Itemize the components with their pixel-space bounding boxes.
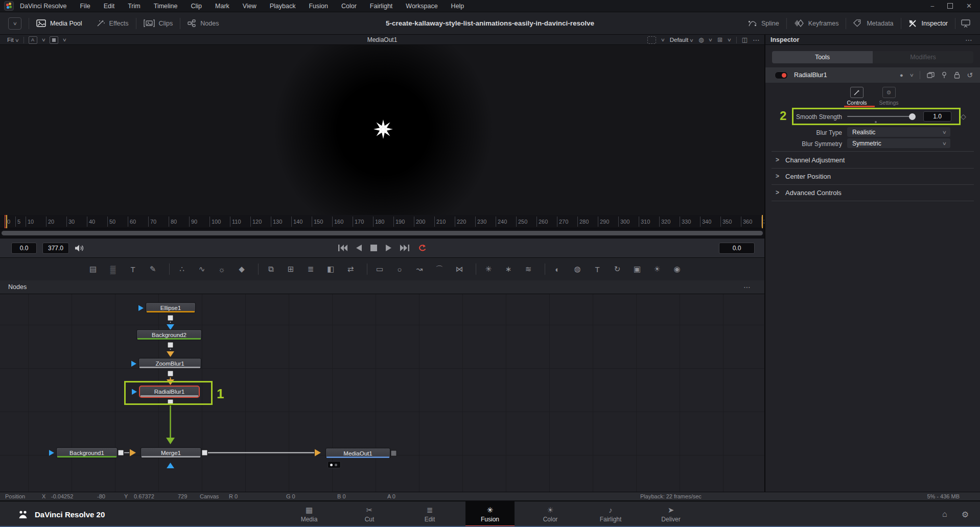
channel-booleans-icon[interactable]: ≣ — [306, 265, 316, 274]
page-tab-edit[interactable]: ≣Edit — [405, 501, 454, 527]
matte-icon[interactable]: ◧ — [325, 265, 336, 274]
fast-noise-icon[interactable]: ▒ — [108, 265, 118, 274]
paint-icon[interactable]: ✎ — [148, 265, 158, 274]
viewer-canvas[interactable] — [0, 45, 764, 215]
play-reverse-button[interactable] — [356, 245, 362, 251]
inspector-options-menu[interactable]: ⋯ — [965, 36, 973, 44]
page-tab-media[interactable]: ▦Media — [285, 501, 334, 527]
node-color-swatch[interactable]: ● — [900, 72, 903, 78]
page-tab-deliver[interactable]: ➤Deliver — [646, 501, 695, 527]
particle-emitter-icon[interactable]: ✳ — [483, 265, 494, 274]
color-curves-icon[interactable]: ∿ — [197, 265, 207, 274]
close-button[interactable]: ✕ — [966, 2, 972, 10]
bender-3d-icon[interactable]: ↻ — [612, 265, 622, 274]
page-tab-color[interactable]: ☀Color — [526, 501, 575, 527]
nodes-button[interactable]: Nodes — [180, 12, 226, 34]
clips-button[interactable]: Clips — [136, 12, 180, 34]
media-pool-button[interactable]: Media Pool — [29, 12, 89, 34]
smooth-strength-slider[interactable] — [847, 116, 915, 117]
bspline-mask-icon[interactable]: ⌒ — [434, 265, 445, 274]
reset-history-icon[interactable]: ↺ — [967, 71, 973, 79]
menu-help[interactable]: Help — [451, 3, 464, 10]
tab-tools[interactable]: Tools — [772, 51, 873, 63]
blur-symmetry-dropdown[interactable]: Symmetric ∨ — [847, 138, 950, 148]
keyframes-button[interactable]: Keyframes — [787, 12, 846, 34]
play-button[interactable] — [386, 245, 391, 251]
hue-curves-icon[interactable]: ◆ — [237, 265, 247, 274]
node-ellipse1[interactable]: Ellipse1 — [146, 302, 196, 313]
grid-button[interactable]: ⊞ — [717, 36, 722, 43]
page-tab-fairlight[interactable]: ♪Fairlight — [586, 501, 635, 527]
sphere-3d-icon[interactable]: ◍ — [572, 265, 582, 274]
menu-clip[interactable]: Clip — [191, 3, 202, 10]
menu-color[interactable]: Color — [341, 3, 357, 10]
particle-render-icon[interactable]: ∗ — [503, 265, 514, 274]
viewer-options-menu[interactable]: ⋯ — [753, 36, 760, 44]
spline-button[interactable]: Spline — [741, 12, 786, 34]
smooth-strength-value[interactable]: 1.0 — [923, 111, 951, 122]
menu-timeline[interactable]: Timeline — [154, 3, 178, 10]
node-graph[interactable]: Ellipse1Background2ZoomBlur1RadialBlur1B… — [0, 294, 764, 492]
menu-trim[interactable]: Trim — [128, 3, 141, 10]
quick-export-toggle[interactable]: ∨ — [8, 17, 21, 30]
subtab-controls[interactable]: Controls — [847, 87, 867, 107]
minimize-button[interactable]: – — [930, 3, 934, 10]
menu-view[interactable]: View — [243, 3, 256, 10]
mediaout-passthrough-badge[interactable] — [328, 461, 341, 468]
text-3d-icon[interactable]: T — [592, 265, 602, 274]
polygon-mask-icon[interactable]: ↝ — [414, 265, 425, 274]
pin-icon[interactable] — [941, 71, 947, 79]
lut-select[interactable]: Default ∨ — [670, 37, 693, 43]
keyframe-diamond-icon[interactable]: ◇ — [961, 112, 966, 121]
menu-mark[interactable]: Mark — [215, 3, 229, 10]
loop-button[interactable] — [418, 244, 427, 252]
page-tab-fusion[interactable]: ✳Fusion — [465, 501, 515, 527]
background-icon[interactable]: ▤ — [88, 265, 98, 274]
timeline-scrollbar[interactable] — [2, 231, 763, 235]
roi-button[interactable] — [647, 36, 656, 44]
smooth-strength-slider-thumb[interactable] — [909, 113, 916, 120]
menu-file[interactable]: File — [80, 3, 90, 10]
go-to-start-button[interactable] — [338, 245, 347, 251]
menu-fusion[interactable]: Fusion — [309, 3, 328, 10]
merge-icon[interactable]: ⧉ — [266, 265, 276, 274]
tab-modifiers[interactable]: Modifiers — [873, 51, 973, 63]
current-frame-input[interactable]: 0.0 — [719, 243, 755, 254]
transform-icon[interactable]: ⇄ — [345, 265, 356, 274]
menu-playback[interactable]: Playback — [270, 3, 296, 10]
magic-wand-mask-icon[interactable]: ⋈ — [454, 265, 464, 274]
section-advanced-controls[interactable]: >Advanced Controls — [765, 184, 980, 201]
copy-settings-icon[interactable] — [927, 72, 935, 79]
node-enable-toggle[interactable] — [775, 71, 788, 79]
camera-3d-icon[interactable]: ◉ — [672, 265, 682, 274]
text-plus-icon[interactable]: T — [128, 265, 138, 274]
lock-icon[interactable] — [954, 71, 960, 79]
ellipse-mask-icon[interactable]: ○ — [394, 265, 405, 274]
node-zoomblur1[interactable]: ZoomBlur1 — [138, 358, 201, 369]
cube-3d-icon[interactable]: ▣ — [632, 265, 642, 274]
light-3d-icon[interactable]: ☀ — [652, 265, 662, 274]
matte-control-icon[interactable]: ⊞ — [286, 265, 296, 274]
section-channel-adjustment[interactable]: >Channel Adjustment — [765, 152, 980, 168]
subtab-settings[interactable]: ⚙ Settings — [879, 87, 899, 107]
node-merge1[interactable]: Merge1 — [141, 447, 201, 458]
gear-icon[interactable]: ⚙ — [962, 510, 969, 519]
blur-type-dropdown[interactable]: Realistic ∨ — [847, 127, 950, 137]
node-mediaout1[interactable]: MediaOut1 — [325, 448, 390, 459]
section-center-position[interactable]: >Center Position — [765, 168, 980, 184]
nodes-options-menu[interactable]: ⋯ — [743, 283, 751, 291]
page-tab-cut[interactable]: ✂Cut — [345, 501, 394, 527]
menu-fairlight[interactable]: Fairlight — [370, 3, 392, 10]
color-gain-icon[interactable]: ∴ — [177, 265, 187, 274]
3d-view-button[interactable]: ◍ — [698, 36, 704, 43]
particle-turbulence-icon[interactable]: ≋ — [523, 265, 533, 274]
node-background1[interactable]: Background1 — [56, 447, 118, 458]
color-corrector-icon[interactable]: ☼ — [217, 265, 227, 274]
maximize-button[interactable] — [947, 3, 953, 9]
node-background2[interactable]: Background2 — [136, 329, 202, 340]
home-icon[interactable]: ⌂ — [942, 510, 947, 519]
rectangle-mask-icon[interactable]: ▭ — [375, 265, 385, 274]
timeline-ruler[interactable]: 0510203040506070809010011012013014015016… — [0, 215, 764, 228]
shape-3d-icon[interactable]: ◐ — [552, 265, 563, 274]
menu-davinci-resolve[interactable]: DaVinci Resolve — [20, 3, 66, 10]
